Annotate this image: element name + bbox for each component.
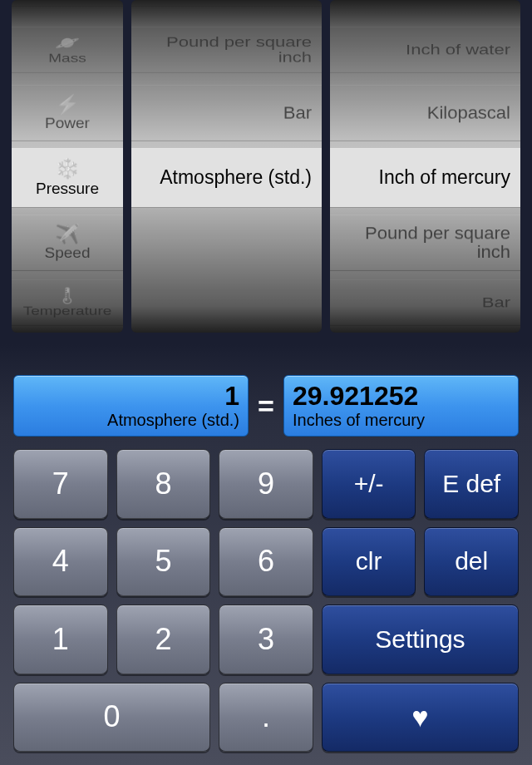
key-decimal[interactable]: .: [219, 683, 313, 753]
to-unit-item: Pound per square inch: [330, 215, 520, 271]
to-unit-item: Inch of water: [330, 27, 520, 72]
equals-sign: =: [254, 375, 278, 437]
output-value-pane[interactable]: 29.921252 Inches of mercury: [283, 375, 519, 437]
unit-picker: 📀Information 🪐Mass ⚡Power ❄️Pressure ✈️S…: [12, 0, 520, 333]
category-item-selected: ❄️Pressure: [12, 148, 123, 208]
key-settings[interactable]: Settings: [322, 605, 519, 674]
key-1[interactable]: 1: [13, 605, 108, 674]
category-item: ⚡Power: [12, 85, 123, 141]
from-unit-item: Pound per square inch: [131, 27, 322, 72]
key-edef[interactable]: E def: [424, 449, 519, 519]
result-row: 1 Atmosphere (std.) = 29.921252 Inches o…: [13, 375, 519, 437]
input-value-pane[interactable]: 1 Atmosphere (std.): [13, 375, 249, 437]
from-unit-item: Bar: [131, 85, 322, 141]
category-item: 🌡️Temperature: [12, 279, 123, 325]
key-sign[interactable]: +/-: [322, 449, 416, 519]
output-unit-label: Inches of mercury: [293, 411, 510, 430]
from-unit-wheel[interactable]: Inch of mercury Pound per square inch Ba…: [131, 0, 322, 333]
output-value: 29.921252: [293, 382, 510, 411]
category-item: ✈️Speed: [12, 215, 123, 271]
to-unit-wheel[interactable]: Millimeter of mercury Inch of water Kilo…: [330, 0, 520, 333]
key-favorite[interactable]: ♥: [322, 683, 519, 753]
to-unit-item-selected: Inch of mercury: [330, 148, 520, 208]
from-unit-item-selected: Atmosphere (std.): [131, 148, 322, 208]
heart-icon: ♥: [411, 701, 428, 733]
key-clear[interactable]: clr: [322, 527, 416, 597]
category-wheel[interactable]: 📀Information 🪐Mass ⚡Power ❄️Pressure ✈️S…: [12, 0, 123, 333]
key-0[interactable]: 0: [13, 683, 210, 753]
input-unit-label: Atmosphere (std.): [22, 411, 239, 430]
key-4[interactable]: 4: [13, 527, 108, 597]
key-3[interactable]: 3: [219, 605, 313, 674]
key-6[interactable]: 6: [219, 527, 313, 597]
key-7[interactable]: 7: [13, 449, 108, 519]
key-5[interactable]: 5: [116, 527, 211, 597]
key-9[interactable]: 9: [219, 449, 313, 519]
to-unit-item: Bar: [330, 279, 520, 325]
from-unit-item: Inch of mercury: [131, 0, 322, 7]
category-item: 🪐Mass: [12, 27, 123, 72]
key-delete[interactable]: del: [424, 527, 519, 597]
to-unit-item: Kilopascal: [330, 85, 520, 141]
key-8[interactable]: 8: [116, 449, 211, 519]
key-2[interactable]: 2: [116, 605, 211, 674]
keypad: 7 8 9 +/- E def 4 5 6 clr del 1 2 3 Sett…: [13, 449, 519, 752]
category-item: 📀Information: [12, 0, 123, 7]
input-value: 1: [22, 382, 239, 411]
